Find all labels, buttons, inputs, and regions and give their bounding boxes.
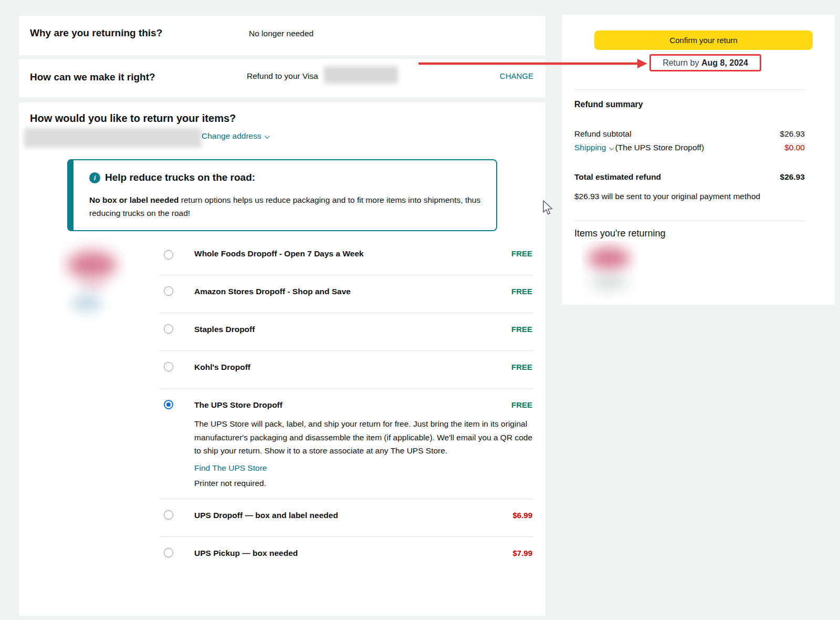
total-refund-value: $26.93	[780, 170, 805, 184]
option-price: FREE	[511, 363, 532, 371]
item-image-blob	[590, 273, 628, 291]
option-label[interactable]: UPS Pickup — box needed	[194, 549, 298, 557]
change-payment-link[interactable]: CHANGE	[500, 71, 533, 80]
option-label[interactable]: UPS Dropoff — box and label needed	[194, 511, 338, 520]
returning-item-thumbnail	[582, 241, 638, 299]
shipping-row: Shipping (The UPS Store Dropoff) $0.00	[574, 141, 805, 154]
info-icon: i	[89, 172, 100, 183]
redacted-address	[24, 128, 202, 148]
items-returning-title: Items you're returning	[574, 228, 666, 239]
option-ups-store: The UPS Store Dropoff FREE The UPS Store…	[159, 389, 533, 499]
redacted-card-number	[324, 66, 398, 84]
option-label[interactable]: Kohl's Dropoff	[194, 363, 250, 371]
divider	[574, 89, 805, 90]
option-price: FREE	[511, 400, 532, 409]
chevron-down-icon	[265, 133, 270, 139]
shipping-link[interactable]: Shipping	[574, 143, 606, 152]
option-price: FREE	[511, 287, 532, 296]
option-whole-foods: Whole Foods Dropoff - Open 7 Days a Week…	[159, 239, 533, 275]
option-label[interactable]: Staples Dropoff	[194, 325, 255, 334]
method-title: How would you like to return your items?	[30, 112, 236, 125]
item-image-blob	[71, 294, 102, 312]
option-staples: Staples Dropoff FREE	[159, 313, 533, 351]
chevron-down-icon	[609, 145, 614, 150]
item-image-blob	[79, 280, 106, 290]
remedy-card: How can we make it right? Refund to your…	[19, 59, 545, 97]
option-kohls: Kohl's Dropoff FREE	[159, 351, 533, 389]
radio-whole-foods[interactable]	[164, 250, 173, 260]
callout-title: Help reduce trucks on the road:	[105, 172, 255, 183]
return-by-date: Aug 8, 2024	[701, 58, 748, 68]
reason-card: Why are you returning this? No longer ne…	[19, 16, 545, 55]
radio-staples[interactable]	[164, 324, 173, 334]
callout-accent-bar	[67, 159, 74, 231]
option-amazon-stores: Amazon Stores Dropoff - Shop and Save FR…	[159, 275, 533, 313]
remedy-title: How can we make it right?	[30, 71, 155, 83]
option-label[interactable]: Whole Foods Dropoff - Open 7 Days a Week	[194, 249, 364, 258]
option-price: $6.99	[512, 511, 532, 520]
returning-item-image	[58, 236, 126, 323]
confirm-return-button[interactable]: Confirm your return	[594, 30, 813, 50]
ups-store-description: The UPS Store will pack, label, and ship…	[194, 417, 533, 458]
refund-subtotal-row: Refund subtotal $26.93	[574, 127, 805, 141]
divider	[574, 221, 805, 221]
option-ups-pickup: UPS Pickup — box needed $7.99	[159, 537, 533, 575]
total-refund-row: Total estimated refund $26.93	[574, 170, 805, 184]
option-price: FREE	[511, 249, 532, 258]
reason-value: No longer needed	[249, 29, 313, 38]
callout-body: No box or label needed return options he…	[89, 193, 482, 220]
option-label[interactable]: The UPS Store Dropoff	[194, 400, 282, 409]
item-image-blob	[588, 247, 630, 270]
return-by-date-box: Return by Aug 8, 2024	[649, 54, 761, 71]
refund-note: $26.93 will be sent to your original pay…	[574, 192, 811, 201]
radio-ups-pickup[interactable]	[164, 548, 173, 557]
shipping-value: $0.00	[784, 141, 805, 154]
radio-ups-dropoff[interactable]	[164, 510, 173, 520]
remedy-value: Refund to your Visa	[247, 71, 318, 81]
reason-title: Why are you returning this?	[30, 27, 162, 39]
find-ups-store-link[interactable]: Find The UPS Store	[194, 463, 267, 473]
return-options-list: Whole Foods Dropoff - Open 7 Days a Week…	[159, 239, 533, 575]
shipping-detail: (The UPS Store Dropoff)	[615, 143, 704, 152]
radio-kohls[interactable]	[164, 362, 173, 371]
refund-subtotal-value: $26.93	[780, 127, 805, 141]
reduce-trucks-callout: i Help reduce trucks on the road: No box…	[67, 159, 497, 231]
refund-summary-card: Confirm your return Return by Aug 8, 202…	[562, 15, 835, 305]
printer-note: Printer not required.	[194, 479, 533, 488]
option-price: FREE	[511, 325, 532, 334]
option-label[interactable]: Amazon Stores Dropoff - Shop and Save	[194, 287, 351, 296]
radio-amazon-stores[interactable]	[164, 286, 173, 296]
refund-summary-title: Refund summary	[574, 100, 643, 109]
change-address-link[interactable]: Change address	[202, 131, 268, 141]
option-price: $7.99	[512, 549, 532, 557]
item-image-blob	[67, 251, 117, 278]
option-ups-dropoff: UPS Dropoff — box and label needed $6.99	[159, 499, 533, 537]
return-method-card: How would you like to return your items?…	[19, 102, 545, 616]
radio-ups-store[interactable]	[164, 400, 173, 409]
